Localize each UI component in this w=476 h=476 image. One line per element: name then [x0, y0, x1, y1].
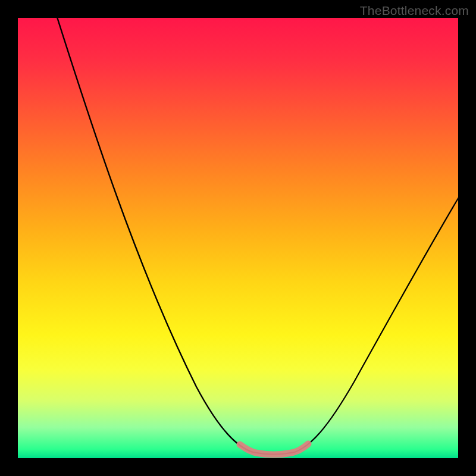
left-branch-curve [54, 18, 253, 452]
watermark-text: TheBottleneck.com [360, 4, 469, 18]
plot-area [18, 18, 458, 458]
curve-layer [18, 18, 458, 458]
bottom-highlight [240, 444, 308, 455]
chart-frame: TheBottleneck.com [0, 0, 476, 476]
right-branch-curve [295, 193, 458, 452]
